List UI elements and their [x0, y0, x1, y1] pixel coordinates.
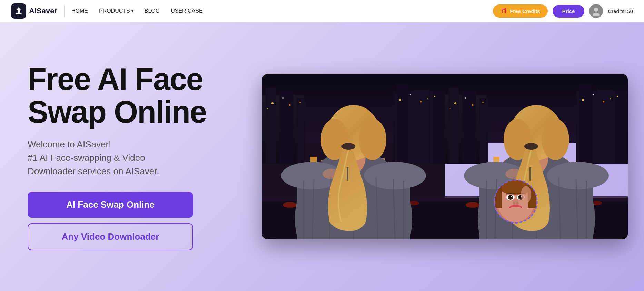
nav-divider: [64, 5, 65, 17]
svg-point-18: [420, 101, 422, 103]
svg-rect-48: [347, 167, 348, 181]
svg-point-15: [289, 104, 291, 106]
hero-subtitle: Welcome to AISaver! #1 AI Face-swapping …: [28, 138, 235, 178]
svg-point-105: [509, 195, 512, 199]
svg-point-2: [593, 13, 600, 16]
svg-point-75: [466, 202, 479, 208]
svg-rect-12: [433, 93, 445, 164]
hero-left: Free AI Face Swap Online Welcome to AISa…: [28, 63, 235, 250]
svg-point-47: [341, 143, 355, 150]
svg-rect-10: [397, 84, 409, 164]
hero-title: Free AI Face Swap Online: [28, 63, 235, 128]
svg-point-92: [542, 119, 569, 160]
original-image-panel: [262, 74, 445, 239]
svg-point-115: [521, 186, 531, 203]
svg-point-107: [511, 196, 512, 197]
svg-point-63: [593, 94, 594, 95]
svg-point-46: [359, 119, 386, 160]
svg-point-68: [610, 98, 611, 100]
navbar-right: 🎁 Free Credits Price Credits: 50: [493, 4, 633, 18]
svg-rect-57: [597, 90, 612, 164]
nav-links: HOME PRODUCTS ▾ BLOG USER CASE: [71, 8, 203, 14]
svg-rect-54: [479, 98, 488, 164]
svg-point-29: [283, 202, 297, 208]
svg-rect-52: [448, 88, 459, 164]
svg-point-80: [547, 162, 609, 189]
svg-point-17: [410, 94, 411, 95]
svg-rect-0: [16, 13, 22, 14]
nav-link-blog[interactable]: BLOG: [145, 8, 160, 14]
svg-rect-53: [462, 91, 476, 164]
nav-link-user-case[interactable]: USER CASE: [171, 8, 202, 14]
svg-point-110: [513, 202, 515, 205]
svg-point-66: [450, 108, 451, 109]
hero-section: Free AI Face Swap Online Welcome to AISa…: [0, 22, 644, 291]
chevron-down-icon: ▾: [131, 9, 133, 13]
svg-point-19: [434, 96, 435, 97]
svg-point-14: [282, 97, 284, 99]
logo-text: AISaver: [29, 7, 57, 15]
svg-point-16: [399, 99, 401, 101]
swapped-image-panel: [445, 74, 628, 239]
hero-image-pair: [262, 74, 628, 239]
svg-point-64: [603, 101, 605, 103]
svg-point-65: [617, 96, 618, 97]
svg-point-93: [524, 143, 538, 150]
logo-link[interactable]: AISaver: [11, 3, 57, 19]
video-downloader-button[interactable]: Any Video Downloader: [28, 223, 193, 250]
svg-point-60: [465, 97, 466, 99]
nav-item-products[interactable]: PRODUCTS ▾: [99, 8, 133, 14]
svg-point-22: [427, 98, 428, 100]
svg-rect-94: [529, 167, 531, 181]
svg-point-1: [594, 8, 598, 12]
svg-rect-7: [279, 91, 293, 164]
nav-item-user-case[interactable]: USER CASE: [171, 8, 202, 14]
svg-rect-8: [297, 98, 305, 164]
logo-icon: [11, 3, 26, 19]
free-credits-button[interactable]: 🎁 Free Credits: [493, 4, 548, 18]
hero-buttons: AI Face Swap Online Any Video Downloader: [28, 192, 235, 250]
svg-point-59: [454, 102, 456, 104]
svg-rect-11: [414, 90, 429, 164]
svg-point-13: [271, 102, 274, 104]
nav-item-blog[interactable]: BLOG: [145, 8, 160, 14]
nav-link-home[interactable]: HOME: [71, 8, 88, 14]
nav-item-home[interactable]: HOME: [71, 8, 88, 14]
nav-link-products[interactable]: PRODUCTS ▾: [99, 8, 133, 14]
svg-point-114: [505, 207, 526, 220]
price-button[interactable]: Price: [553, 5, 585, 18]
svg-point-20: [267, 108, 268, 109]
svg-rect-6: [266, 88, 276, 164]
user-avatar[interactable]: [589, 4, 603, 18]
svg-point-111: [516, 202, 519, 205]
gift-icon: 🎁: [501, 8, 507, 14]
navbar: AISaver HOME PRODUCTS ▾ BLOG USER CASE 🎁…: [0, 0, 644, 22]
svg-point-61: [472, 104, 474, 106]
face-swap-button[interactable]: AI Face Swap Online: [28, 192, 193, 218]
svg-point-67: [482, 102, 484, 103]
svg-rect-58: [616, 93, 628, 164]
credits-display: Credits: 50: [608, 8, 633, 14]
svg-point-21: [299, 102, 301, 103]
svg-rect-56: [579, 84, 592, 164]
hero-right: [262, 74, 628, 239]
svg-point-62: [582, 99, 584, 101]
svg-point-34: [364, 162, 426, 189]
